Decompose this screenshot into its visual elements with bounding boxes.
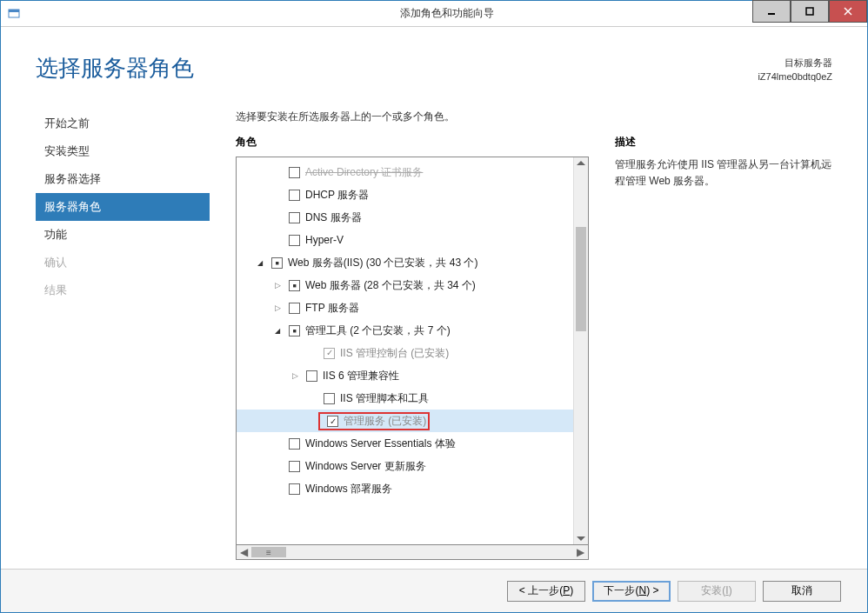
tree-node-label: FTP 服务器: [305, 301, 359, 316]
sidebar-step[interactable]: 服务器角色: [36, 193, 210, 221]
tree-node-label: DNS 服务器: [305, 210, 362, 225]
checkbox[interactable]: [289, 303, 300, 314]
sidebar-step[interactable]: 安装类型: [36, 137, 210, 165]
previous-button[interactable]: < 上一步(P): [507, 581, 585, 602]
sidebar-step[interactable]: 功能: [36, 221, 210, 249]
tree-row[interactable]: FTP 服务器: [237, 297, 573, 319]
checkbox[interactable]: [327, 416, 338, 427]
tree-row[interactable]: Windows 部署服务: [237, 477, 573, 500]
checkbox[interactable]: [306, 370, 317, 382]
tree-node-label: IIS 管理脚本和工具: [340, 391, 429, 406]
wizard-window: 添加角色和功能向导 选择服务器角色 目标服务器 iZ74lme0bdtq0eZ …: [0, 0, 868, 613]
tree-node-label: DHCP 服务器: [305, 188, 369, 203]
tree-row[interactable]: IIS 6 管理兼容性: [237, 364, 573, 387]
horizontal-scrollbar[interactable]: ◀ ≡ ▶: [236, 545, 589, 560]
content-area: 选择服务器角色 目标服务器 iZ74lme0bdtq0eZ 开始之前安装类型服务…: [1, 27, 867, 569]
hscroll-thumb[interactable]: ≡: [251, 547, 286, 557]
instruction-text: 选择要安装在所选服务器上的一个或多个角色。: [236, 110, 832, 124]
install-button[interactable]: 安装(I): [678, 581, 756, 602]
sidebar-step: 确认: [36, 249, 210, 277]
tree-row[interactable]: DNS 服务器: [237, 206, 573, 229]
roles-label: 角色: [236, 135, 589, 150]
collapse-icon[interactable]: [254, 259, 266, 267]
checkbox[interactable]: [289, 212, 300, 223]
checkbox[interactable]: [289, 325, 300, 336]
tree-node-label: Windows Server 更新服务: [305, 459, 426, 474]
app-icon: [1, 7, 27, 21]
tree-node-label: Web 服务器(IIS) (30 个已安装，共 43 个): [288, 256, 477, 270]
checkbox[interactable]: [324, 393, 335, 404]
next-button[interactable]: 下一步(N) >: [592, 581, 671, 602]
tree-node-label: Hyper-V: [305, 234, 344, 246]
hscroll-left[interactable]: ◀: [237, 545, 251, 559]
roles-tree[interactable]: Active Directory 证书服务DHCP 服务器DNS 服务器Hype…: [236, 157, 589, 545]
highlight-annotation: 管理服务 (已安装): [318, 412, 430, 430]
tree-node-label: IIS 6 管理兼容性: [323, 369, 399, 383]
vertical-scrollbar[interactable]: [573, 157, 588, 544]
window-title: 添加角色和功能向导: [27, 6, 867, 21]
close-button[interactable]: [829, 0, 867, 23]
checkbox[interactable]: [289, 167, 300, 178]
expand-icon[interactable]: [271, 281, 284, 290]
page-title: 选择服务器角色: [36, 53, 194, 83]
sidebar-step[interactable]: 服务器选择: [36, 165, 210, 193]
tree-row[interactable]: Hyper-V: [237, 229, 573, 251]
svg-rect-1: [9, 10, 19, 12]
checkbox[interactable]: [271, 257, 283, 269]
tree-row[interactable]: Windows Server Essentials 体验: [237, 432, 573, 455]
scroll-thumb[interactable]: [576, 227, 586, 331]
minimize-button[interactable]: [752, 0, 791, 23]
tree-row[interactable]: IIS 管理控制台 (已安装): [237, 342, 573, 364]
tree-row[interactable]: Web 服务器(IIS) (30 个已安装，共 43 个): [237, 251, 573, 274]
checkbox[interactable]: [289, 461, 300, 472]
tree-node-label: Windows Server Essentials 体验: [305, 436, 456, 451]
cancel-button[interactable]: 取消: [763, 581, 841, 602]
tree-node-label: IIS 管理控制台 (已安装): [340, 346, 449, 361]
collapse-icon[interactable]: [271, 327, 284, 335]
tree-node-label: Active Directory 证书服务: [305, 165, 423, 180]
tree-row[interactable]: Active Directory 证书服务: [237, 161, 573, 183]
checkbox[interactable]: [324, 348, 335, 359]
expand-icon[interactable]: [289, 371, 301, 380]
sidebar-step[interactable]: 开始之前: [36, 110, 210, 137]
tree-row[interactable]: 管理服务 (已安装): [237, 410, 573, 432]
expand-icon[interactable]: [271, 303, 284, 312]
checkbox[interactable]: [289, 483, 300, 495]
tree-row[interactable]: DHCP 服务器: [237, 183, 573, 206]
tree-row[interactable]: Windows Server 更新服务: [237, 455, 573, 477]
wizard-steps-sidebar: 开始之前安装类型服务器选择服务器角色功能确认结果: [36, 110, 210, 560]
tree-row[interactable]: Web 服务器 (28 个已安装，共 34 个): [237, 274, 573, 297]
checkbox[interactable]: [289, 190, 300, 201]
sidebar-step: 结果: [36, 277, 210, 304]
tree-row[interactable]: IIS 管理脚本和工具: [237, 387, 573, 410]
footer-buttons: < 上一步(P) 下一步(N) > 安装(I) 取消: [1, 569, 867, 612]
titlebar: 添加角色和功能向导: [1, 1, 867, 27]
svg-rect-3: [806, 8, 813, 15]
checkbox[interactable]: [289, 438, 300, 450]
checkbox[interactable]: [289, 235, 300, 246]
tree-node-label: 管理服务 (已安装): [344, 415, 426, 427]
tree-node-label: Windows 部署服务: [305, 482, 392, 496]
tree-node-label: Web 服务器 (28 个已安装，共 34 个): [305, 278, 476, 293]
window-controls: [752, 0, 867, 611]
tree-node-label: 管理工具 (2 个已安装，共 7 个): [305, 323, 451, 338]
hscroll-right[interactable]: ▶: [573, 545, 588, 559]
tree-row[interactable]: 管理工具 (2 个已安装，共 7 个): [237, 319, 573, 342]
checkbox[interactable]: [289, 280, 300, 291]
maximize-button[interactable]: [791, 0, 829, 23]
